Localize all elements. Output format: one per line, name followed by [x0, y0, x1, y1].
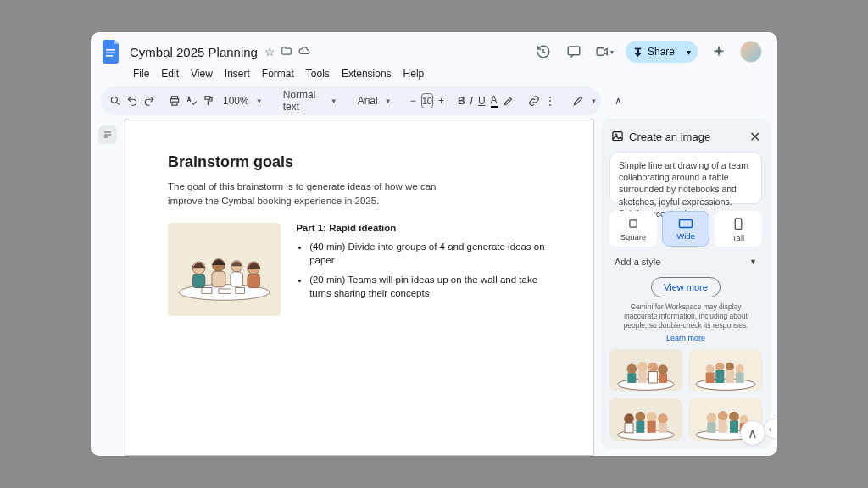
svg-rect-26 [630, 220, 637, 227]
menu-edit[interactable]: Edit [161, 68, 179, 80]
docs-logo-icon[interactable] [101, 37, 123, 66]
image-icon [611, 130, 624, 145]
more-icon[interactable]: ⋮ [545, 93, 555, 108]
close-icon[interactable]: ✕ [749, 129, 760, 145]
cloud-status-icon[interactable] [298, 45, 311, 59]
font-size-increase-icon[interactable]: + [438, 93, 444, 108]
font-size-decrease-icon[interactable]: − [410, 93, 416, 108]
svg-rect-45 [706, 373, 715, 384]
menu-tools[interactable]: Tools [306, 68, 330, 80]
section-title: Part 1: Rapid ideation [296, 223, 396, 233]
svg-rect-57 [648, 421, 656, 433]
underline-icon[interactable]: U [478, 93, 486, 108]
sidepanel-title: Create an image [629, 130, 710, 143]
svg-point-32 [637, 362, 648, 372]
svg-point-61 [707, 413, 717, 424]
svg-rect-46 [715, 370, 724, 383]
bold-icon[interactable]: B [458, 93, 465, 108]
svg-point-41 [706, 364, 715, 373]
meet-icon[interactable]: ▾ [595, 42, 614, 61]
account-avatar[interactable] [740, 41, 762, 63]
explore-fab-icon[interactable]: ∧ [740, 420, 765, 446]
titlebar: Cymbal 2025 Planning ☆ ▾ [91, 32, 777, 66]
svg-point-6 [111, 97, 117, 103]
undo-icon[interactable] [126, 93, 138, 108]
paragraph-style-dropdown[interactable]: Normal text▼ [280, 89, 341, 113]
star-icon[interactable]: ☆ [264, 45, 275, 58]
spellcheck-icon[interactable] [186, 93, 198, 108]
svg-rect-66 [719, 420, 727, 433]
svg-rect-23 [248, 274, 260, 288]
print-icon[interactable] [169, 93, 181, 108]
comments-icon[interactable] [565, 42, 583, 61]
svg-point-52 [636, 412, 646, 422]
svg-point-63 [729, 412, 739, 422]
svg-point-44 [736, 364, 744, 373]
document-outline-icon[interactable] [98, 125, 117, 144]
aspect-wide[interactable]: Wide [662, 211, 709, 247]
svg-rect-4 [597, 48, 604, 56]
editing-mode-dropdown[interactable]: ▼ [569, 95, 601, 107]
svg-rect-14 [219, 289, 231, 293]
svg-rect-58 [659, 423, 667, 433]
menu-help[interactable]: Help [403, 68, 425, 80]
highlight-color-icon[interactable] [503, 93, 515, 108]
svg-rect-5 [635, 47, 642, 49]
svg-rect-48 [736, 373, 744, 384]
collapse-toolbar-icon[interactable]: ∧ [615, 93, 622, 108]
thumbnail[interactable] [609, 349, 682, 391]
insert-link-icon[interactable] [528, 93, 540, 108]
svg-rect-0 [106, 49, 115, 51]
menu-insert[interactable]: Insert [225, 68, 250, 80]
menu-file[interactable]: File [133, 68, 149, 80]
svg-rect-55 [625, 423, 633, 433]
history-icon[interactable] [534, 42, 553, 61]
menu-extensions[interactable]: Extensions [342, 68, 392, 80]
menu-format[interactable]: Format [262, 68, 294, 80]
zoom-dropdown[interactable]: 100%▼ [220, 95, 266, 107]
italic-icon[interactable]: I [470, 93, 473, 108]
disclaimer-text: Gemini for Workspace may display inaccur… [609, 302, 762, 330]
share-button[interactable]: Share [626, 41, 683, 63]
document-title[interactable]: Cymbal 2025 Planning [130, 45, 258, 59]
prompt-input[interactable]: Simple line art drawing of a team collab… [609, 152, 762, 204]
style-label: Add a style [615, 257, 660, 267]
gemini-spark-icon[interactable] [709, 42, 728, 61]
menu-bar: File Edit View Insert Format Tools Exten… [91, 66, 777, 85]
move-folder-icon[interactable] [281, 45, 292, 59]
svg-point-43 [726, 363, 734, 371]
thumbnail[interactable] [609, 398, 682, 441]
share-dropdown-icon[interactable]: ▾ [683, 47, 698, 57]
svg-rect-38 [659, 374, 667, 383]
paint-format-icon[interactable] [203, 93, 214, 108]
svg-rect-37 [648, 372, 657, 383]
view-more-button[interactable]: View more [651, 277, 721, 297]
gemini-side-panel: Create an image ✕ Simple line art drawin… [601, 119, 771, 449]
font-size-input[interactable]: 10 [421, 93, 433, 108]
learn-more-link[interactable]: Learn more [609, 334, 762, 342]
svg-rect-19 [212, 272, 225, 288]
svg-rect-36 [638, 371, 647, 383]
thumbnail[interactable] [689, 349, 762, 391]
svg-rect-35 [627, 373, 636, 383]
svg-point-53 [647, 412, 657, 422]
document-canvas[interactable]: Brainstorm goals The goal of this brains… [125, 119, 594, 456]
inserted-image[interactable] [168, 223, 281, 316]
svg-rect-24 [613, 131, 622, 140]
font-family-dropdown[interactable]: Arial▼ [354, 95, 397, 107]
svg-point-33 [648, 363, 659, 373]
text-color-icon[interactable]: A [491, 93, 498, 108]
svg-rect-67 [730, 421, 738, 433]
menu-view[interactable]: View [191, 68, 213, 80]
svg-point-62 [718, 411, 728, 421]
style-dropdown[interactable]: Add a style ▼ [609, 253, 762, 270]
aspect-square[interactable]: Square [609, 211, 657, 247]
redo-icon[interactable] [143, 93, 155, 108]
svg-rect-13 [202, 288, 212, 294]
aspect-tall[interactable]: Tall [715, 211, 762, 247]
title-status-icons: ☆ [264, 45, 311, 59]
svg-rect-21 [231, 272, 243, 286]
doc-section: Part 1: Rapid ideation (40 min) Divide i… [296, 223, 551, 316]
font-family-value: Arial [358, 95, 378, 107]
search-menus-icon[interactable] [109, 93, 121, 108]
